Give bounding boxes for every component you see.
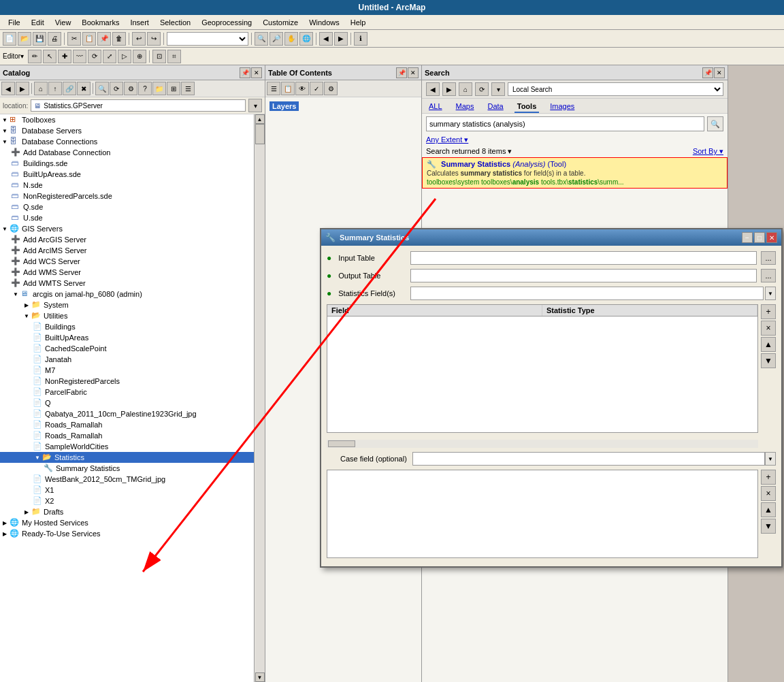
cat-connect[interactable]: 🔗	[63, 82, 76, 95]
search-pin-btn[interactable]: 📌	[702, 67, 713, 78]
tree-item-sample-world[interactable]: 📄 SampleWorldCities	[0, 441, 254, 452]
expand-toolboxes[interactable]: ▼	[0, 115, 10, 125]
tree-item-q-sde[interactable]: 🗃 Q.sde	[0, 201, 254, 212]
case-dropdown-arrow[interactable]: ▼	[765, 452, 776, 466]
hscroll-thumb[interactable]	[328, 440, 355, 447]
lower-add-btn[interactable]: +	[761, 470, 776, 485]
expand-db-servers[interactable]: ▼	[0, 126, 10, 135]
tb-edit2[interactable]: ↖	[43, 50, 56, 63]
cat-large-icons[interactable]: ⊞	[167, 82, 180, 95]
output-table-field[interactable]	[410, 269, 757, 282]
tree-item-ready[interactable]: ▶ 🌐 Ready-To-Use Services	[0, 528, 254, 539]
lower-remove-btn[interactable]: ×	[761, 486, 776, 501]
location-dropdown-btn[interactable]: ▾	[248, 99, 262, 112]
tree-item-roads1[interactable]: 📄 Roads_Ramallah	[0, 419, 254, 430]
tree-item-qabatya[interactable]: 📄 Qabatya_2011_10cm_Palestine1923Grid_jp…	[0, 408, 254, 419]
search-close-btn[interactable]: ✕	[714, 67, 725, 78]
lower-up-btn[interactable]: ▲	[761, 502, 776, 517]
stats-dropdown-arrow[interactable]: ▼	[765, 287, 776, 300]
tb-edit8[interactable]: ⊕	[133, 50, 146, 63]
catalog-close-btn[interactable]: ✕	[251, 67, 262, 78]
tree-item-add-wmts[interactable]: ➕ Add WMTS Server	[0, 278, 254, 289]
toc-select-view[interactable]: ✓	[310, 82, 323, 95]
tree-item-x1[interactable]: 📄 X1	[0, 485, 254, 496]
tb-paste[interactable]: 📌	[97, 32, 111, 46]
scroll-down[interactable]: ▼	[255, 672, 265, 682]
tb-delete[interactable]: 🗑	[112, 32, 126, 46]
menu-geoprocessing[interactable]: Geoprocessing	[196, 17, 257, 28]
dialog-maximize-btn[interactable]: □	[754, 232, 765, 243]
menu-customize[interactable]: Customize	[257, 17, 304, 28]
tb-globe[interactable]: 🌐	[299, 32, 313, 46]
tree-item-utilities[interactable]: ▼ 📂 Utilities	[0, 310, 254, 321]
tab-all[interactable]: ALL	[426, 101, 445, 113]
cat-refresh[interactable]: ⟳	[110, 82, 123, 95]
tb-save[interactable]: 💾	[33, 32, 46, 46]
tree-item-system[interactable]: ▶ 📁 System	[0, 299, 254, 310]
search-home-btn[interactable]: ⌂	[459, 82, 472, 96]
menu-file[interactable]: File	[3, 17, 26, 28]
tree-item-x2[interactable]: 📄 X2	[0, 496, 254, 506]
tree-item-builtup-sde[interactable]: 🗃 BuiltUpAreas.sde	[0, 169, 254, 180]
tree-item-janatah[interactable]: 📄 Janatah	[0, 354, 254, 365]
tb-zoom-in[interactable]: 🔍	[255, 32, 268, 46]
tb-snapping[interactable]: ⊡	[152, 50, 166, 63]
dialog-close-btn[interactable]: ✕	[766, 232, 777, 243]
tab-maps[interactable]: Maps	[453, 101, 477, 113]
cat-options[interactable]: ⚙	[124, 82, 137, 95]
search-input[interactable]	[426, 116, 704, 131]
scroll-thumb[interactable]	[255, 124, 265, 144]
search-go-btn[interactable]: 🔍	[707, 116, 723, 131]
expand-gis-servers[interactable]: ▼	[0, 224, 10, 233]
expand-drafts[interactable]: ▶	[22, 507, 31, 517]
tb-edit5[interactable]: ⟳	[88, 50, 101, 63]
tree-item-buildings-sde[interactable]: 🗃 Buildings.sde	[0, 158, 254, 169]
sort-by-link[interactable]: Sort By ▾	[693, 147, 723, 156]
search-result-item[interactable]: 🔧 Summary Statistics (Analysis) (Tool) C…	[422, 157, 728, 189]
expand-system[interactable]: ▶	[22, 300, 31, 310]
search-type-dropdown[interactable]: Local Search ArcGIS Online	[508, 82, 723, 96]
tb-redo[interactable]: ↪	[147, 32, 161, 46]
expand-statistics[interactable]: ▼	[33, 453, 42, 462]
scroll-up[interactable]: ▲	[255, 114, 265, 124]
search-forward-btn[interactable]: ▶	[442, 82, 456, 96]
menu-edit[interactable]: Edit	[26, 17, 50, 28]
toc-source-view[interactable]: 📋	[281, 82, 295, 95]
tree-item-m7[interactable]: 📄 M7	[0, 365, 254, 376]
tb-copy[interactable]: 📋	[82, 32, 96, 46]
tb-zoom-out[interactable]: 🔎	[270, 32, 283, 46]
menu-help[interactable]: Help	[345, 17, 372, 28]
search-refresh-btn[interactable]: ⟳	[475, 82, 489, 96]
table-down-btn[interactable]: ▼	[761, 353, 776, 368]
tree-item-db-connections[interactable]: ▼ 🗄 Database Connections	[0, 136, 254, 147]
case-field-dropdown[interactable]	[412, 452, 765, 466]
tb-edit4[interactable]: 〰	[73, 50, 86, 63]
tree-item-u-sde[interactable]: 🗃 U.sde	[0, 212, 254, 223]
cat-home[interactable]: ⌂	[34, 82, 48, 95]
toc-options[interactable]: ⚙	[324, 82, 338, 95]
tree-item-parcel-fabric[interactable]: 📄 ParcelFabric	[0, 387, 254, 397]
table-remove-btn[interactable]: ×	[761, 321, 776, 336]
tb-edit1[interactable]: ✏	[28, 50, 42, 63]
cat-help[interactable]: ?	[138, 82, 152, 95]
toc-pin-btn[interactable]: 📌	[396, 67, 407, 78]
menu-windows[interactable]: Windows	[304, 17, 345, 28]
tree-item-add-arcims[interactable]: ➕ Add ArcIMS Server	[0, 245, 254, 256]
cat-new-folder[interactable]: 📁	[152, 82, 166, 95]
tree-item-cachedscale[interactable]: 📄 CachedScalePoint	[0, 343, 254, 354]
input-browse-btn[interactable]: ...	[761, 251, 776, 265]
tree-item-gis-servers[interactable]: ▼ 🌐 GIS Servers	[0, 223, 254, 234]
tree-item-buildings[interactable]: 📄 Buildings	[0, 321, 254, 332]
tb-pan[interactable]: ✋	[284, 32, 298, 46]
tree-item-builtup[interactable]: 📄 BuiltUpAreas	[0, 332, 254, 343]
table-add-btn[interactable]: +	[761, 304, 776, 319]
table-hscroll[interactable]	[327, 440, 758, 448]
extent-link[interactable]: Any Extent ▾	[426, 135, 468, 144]
tree-item-hosted[interactable]: ▶ 🌐 My Hosted Services	[0, 517, 254, 528]
cat-disconnect[interactable]: ✖	[77, 82, 91, 95]
tree-item-toolboxes[interactable]: ▼ ⊞ Toolboxes	[0, 114, 254, 125]
tree-item-n-sde[interactable]: 🗃 N.sde	[0, 180, 254, 191]
expand-hosted[interactable]: ▶	[0, 518, 10, 527]
tb-edit6[interactable]: ⤢	[103, 50, 116, 63]
menu-insert[interactable]: Insert	[125, 17, 154, 28]
